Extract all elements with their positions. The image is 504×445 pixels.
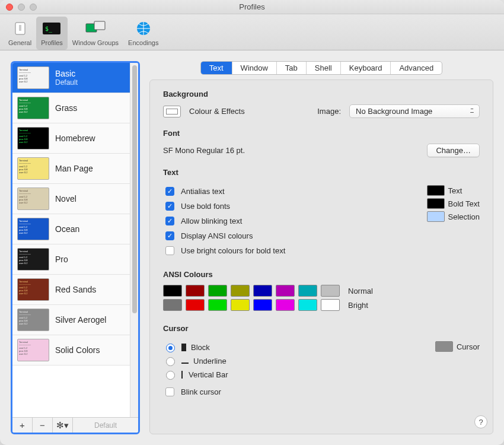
toolbar-general[interactable]: General: [4, 17, 36, 50]
add-profile-button[interactable]: +: [12, 418, 33, 433]
background-colour-button[interactable]: [163, 106, 181, 117]
normal-ansi-6-button[interactable]: [298, 285, 317, 297]
window-groups-icon: [85, 19, 106, 38]
profile-name: Novel: [55, 194, 76, 204]
profile-thumb-icon: Terminal───────cmd 1.2proc 0.8user 0.2: [17, 187, 49, 210]
bold-text-colour-button[interactable]: [427, 198, 445, 209]
normal-ansi-1-button[interactable]: [186, 285, 205, 297]
general-icon: [9, 19, 31, 38]
checkbox-label: Blink cursor: [181, 387, 221, 396]
window-title: Profiles: [0, 2, 504, 11]
cursor-bar-icon: [181, 371, 184, 379]
tab-keyboard[interactable]: Keyboard: [341, 62, 391, 74]
bright-ansi-2-button[interactable]: [208, 299, 227, 311]
checkbox[interactable]: [165, 387, 174, 396]
profile-row-novel[interactable]: Terminal───────cmd 1.2proc 0.8user 0.2No…: [12, 184, 130, 214]
profile-row-red-sands[interactable]: Terminal───────cmd 1.2proc 0.8user 0.2Re…: [12, 275, 130, 305]
titlebar: Profiles: [0, 0, 504, 14]
tab-tab[interactable]: Tab: [277, 62, 307, 74]
font-heading: Font: [163, 129, 480, 138]
help-button[interactable]: ?: [474, 415, 487, 428]
set-default-button[interactable]: Default: [73, 418, 138, 433]
normal-ansi-5-button[interactable]: [276, 285, 295, 297]
profile-sidebar: Terminal───────cmd 1.2proc 0.8user 0.2Ba…: [11, 61, 140, 434]
profile-row-pro[interactable]: Terminal───────cmd 1.2proc 0.8user 0.2Pr…: [12, 244, 130, 275]
normal-ansi-label: Normal: [348, 287, 373, 295]
checkbox-label: Display ANSI colours: [181, 231, 253, 240]
profile-name: Man Page: [55, 164, 93, 173]
checkbox[interactable]: [165, 246, 174, 255]
bright-ansi-0-button[interactable]: [163, 299, 182, 311]
tab-advanced[interactable]: Advanced: [391, 62, 442, 74]
swatch-label: Selection: [448, 212, 480, 221]
remove-profile-button[interactable]: −: [33, 418, 53, 433]
profile-thumb-icon: Terminal───────cmd 1.2proc 0.8user 0.2: [17, 157, 49, 180]
radio-label: Vertical Bar: [189, 370, 228, 379]
profile-row-basic[interactable]: Terminal───────cmd 1.2proc 0.8user 0.2Ba…: [12, 63, 130, 93]
bright-ansi-6-button[interactable]: [298, 299, 317, 311]
cursor-radio-bar[interactable]: Vertical Bar: [163, 369, 412, 380]
profile-thumb-icon: Terminal───────cmd 1.2proc 0.8user 0.2: [17, 97, 49, 119]
tab-shell[interactable]: Shell: [307, 62, 341, 74]
bright-ansi-label: Bright: [348, 301, 368, 310]
profile-row-grass[interactable]: Terminal───────cmd 1.2proc 0.8user 0.2Gr…: [12, 93, 130, 123]
cursor-colour-label: Cursor: [457, 342, 480, 351]
normal-ansi-4-button[interactable]: [253, 285, 272, 297]
profile-name: Red Sands: [55, 285, 96, 294]
blink-cursor-check[interactable]: Blink cursor: [163, 386, 412, 398]
bright-ansi-1-button[interactable]: [186, 299, 205, 311]
profile-row-silver-aerogel[interactable]: Terminal───────cmd 1.2proc 0.8user 0.2Si…: [12, 305, 130, 335]
normal-ansi-2-button[interactable]: [208, 285, 227, 297]
cursor-radio-under[interactable]: Underline: [163, 355, 412, 366]
cursor-radio-block[interactable]: Block: [163, 342, 412, 352]
prefs-toolbar: General$_ProfilesWindow GroupsEncodings: [0, 14, 504, 50]
checkbox[interactable]: [165, 202, 174, 211]
radio[interactable]: [166, 357, 175, 366]
toolbar-window-groups[interactable]: Window Groups: [68, 17, 123, 50]
sidebar-scrollbar[interactable]: [130, 63, 138, 417]
normal-ansi-0-button[interactable]: [163, 285, 182, 297]
cursor-heading: Cursor: [163, 324, 480, 333]
normal-ansi-3-button[interactable]: [231, 285, 250, 297]
profile-row-homebrew[interactable]: Terminal───────cmd 1.2proc 0.8user 0.2Ho…: [12, 123, 130, 154]
cursor-block-icon: [181, 344, 186, 351]
text-check-0[interactable]: Antialias text: [163, 185, 403, 198]
background-effects-label: Colour & Effects: [189, 107, 245, 116]
toolbar-profiles[interactable]: $_Profiles: [36, 17, 68, 50]
profile-thumb-icon: Terminal───────cmd 1.2proc 0.8user 0.2: [17, 339, 49, 361]
text-check-2[interactable]: Allow blinking text: [163, 215, 403, 227]
cursor-colour-button[interactable]: [435, 341, 453, 352]
profile-row-man-page[interactable]: Terminal───────cmd 1.2proc 0.8user 0.2Ma…: [12, 154, 130, 184]
text-check-4[interactable]: Use bright colours for bold text: [163, 244, 403, 257]
profiles-icon: $_: [41, 19, 62, 38]
radio[interactable]: [166, 344, 175, 352]
profile-name: Grass: [55, 103, 77, 113]
checkbox[interactable]: [165, 231, 174, 240]
normal-ansi-7-button[interactable]: [321, 285, 340, 297]
profile-actions-button[interactable]: ✻▾: [53, 418, 73, 433]
toolbar-encodings[interactable]: Encodings: [123, 17, 163, 50]
svg-rect-1: [19, 25, 21, 31]
bright-ansi-4-button[interactable]: [253, 299, 272, 311]
swatch-label: Text: [448, 186, 462, 195]
profile-row-solid-colors[interactable]: Terminal───────cmd 1.2proc 0.8user 0.2So…: [12, 335, 130, 365]
text-check-3[interactable]: Display ANSI colours: [163, 230, 403, 242]
text-colour-button[interactable]: [427, 185, 445, 196]
tab-window[interactable]: Window: [232, 62, 277, 74]
profile-row-ocean[interactable]: Terminal───────cmd 1.2proc 0.8user 0.2Oc…: [12, 214, 130, 244]
checkbox[interactable]: [165, 187, 174, 196]
bright-ansi-5-button[interactable]: [276, 299, 295, 311]
text-check-1[interactable]: Use bold fonts: [163, 200, 403, 212]
radio-label: Underline: [193, 357, 227, 365]
radio[interactable]: [166, 371, 175, 380]
tab-text[interactable]: Text: [201, 62, 232, 74]
checkbox-label: Use bright colours for bold text: [181, 246, 285, 255]
bright-ansi-3-button[interactable]: [231, 299, 250, 311]
selection-colour-button[interactable]: [427, 211, 445, 222]
bright-ansi-7-button[interactable]: [321, 299, 340, 311]
profile-thumb-icon: Terminal───────cmd 1.2proc 0.8user 0.2: [17, 218, 49, 240]
background-image-popup[interactable]: No Background Image: [349, 104, 480, 118]
checkbox[interactable]: [165, 217, 174, 225]
profile-subtitle: Default: [55, 78, 78, 87]
change-font-button[interactable]: Change…: [427, 144, 480, 157]
